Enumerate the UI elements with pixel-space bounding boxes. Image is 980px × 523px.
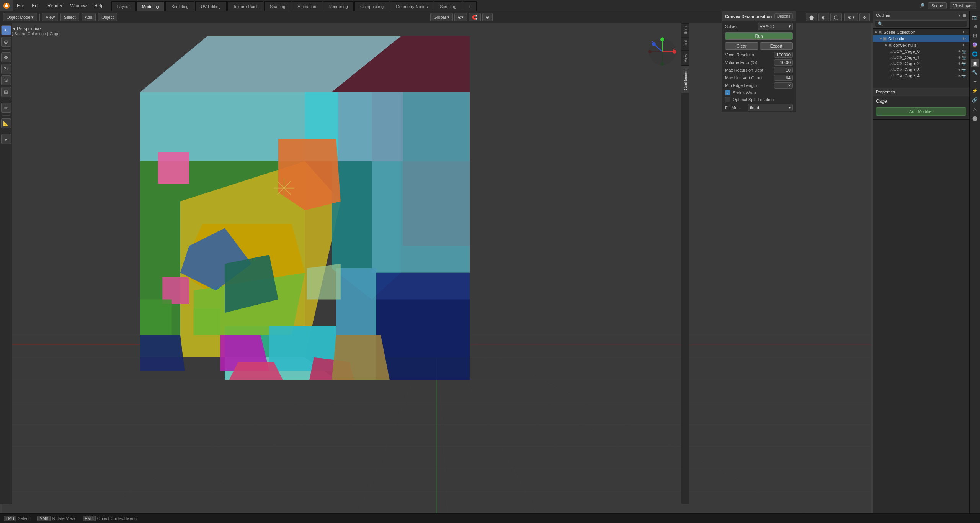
props-tab-world[interactable]: 🌐 bbox=[971, 50, 979, 58]
tab-compositing[interactable]: Compositing bbox=[354, 1, 389, 11]
tab-shading[interactable]: Shading bbox=[264, 1, 291, 11]
fill-mode-dropdown[interactable]: flood▾ bbox=[748, 104, 793, 111]
render-menu[interactable]: Render bbox=[44, 0, 66, 11]
visibility-icon-2[interactable]: 👁 bbox=[962, 36, 966, 41]
cam-icon-2[interactable]: 📷 bbox=[962, 62, 966, 66]
snapping-toggle[interactable]: 🧲 bbox=[469, 13, 481, 21]
cam-icon-1[interactable]: 📷 bbox=[962, 56, 966, 60]
annotate-tool-btn[interactable]: ✏ bbox=[1, 103, 11, 113]
ucx-cage-1-label: UCX_Cage_1 bbox=[893, 55, 920, 60]
scene-selector[interactable]: Scene bbox=[928, 2, 947, 9]
cam-icon-3[interactable]: 📷 bbox=[962, 68, 966, 72]
vis-icon-0[interactable]: 👁 bbox=[958, 49, 962, 54]
volume-input[interactable]: 10.00 bbox=[774, 59, 793, 66]
optimal-split-checkbox[interactable] bbox=[725, 97, 730, 102]
move-tool-btn[interactable]: ✥ bbox=[1, 52, 11, 62]
tab-modeling[interactable]: Modeling bbox=[136, 1, 165, 11]
tab-scripting[interactable]: Scripting bbox=[434, 1, 462, 11]
proportional-edit-btn[interactable]: ⊙ bbox=[482, 13, 493, 21]
transform-orientation-btn[interactable]: Global▾ bbox=[430, 13, 453, 21]
min-edge-input[interactable]: 2 bbox=[774, 82, 793, 89]
outliner-filter-icon[interactable]: ▼ bbox=[957, 13, 961, 18]
file-menu[interactable]: File bbox=[13, 0, 28, 11]
props-tab-material[interactable]: ⬤ bbox=[971, 114, 979, 123]
run-button[interactable]: Run bbox=[725, 32, 793, 40]
vis-icon-1[interactable]: 👁 bbox=[958, 56, 962, 60]
vis-icon-3[interactable]: 👁 bbox=[958, 68, 962, 72]
edit-menu[interactable]: Edit bbox=[28, 0, 44, 11]
svg-marker-36 bbox=[140, 299, 171, 335]
props-tab-object[interactable]: ▣ bbox=[971, 59, 979, 67]
outliner-item-ucx-2[interactable]: △ UCX_Cage_2 👁 📷 bbox=[873, 61, 969, 67]
shrink-wrap-checkbox[interactable]: ✓ bbox=[725, 90, 730, 95]
n-tab-gendecomp[interactable]: GenDecomp bbox=[681, 65, 689, 93]
props-tab-constraints[interactable]: 🔗 bbox=[971, 96, 979, 104]
measure-tool-btn[interactable]: 📐 bbox=[1, 118, 11, 128]
blender-logo-menu[interactable] bbox=[0, 0, 13, 11]
n-tab-view[interactable]: View bbox=[681, 51, 689, 66]
pivot-point-btn[interactable]: ⊙▾ bbox=[454, 13, 467, 21]
tab-sculpting[interactable]: Sculpting bbox=[165, 1, 194, 11]
max-hull-input[interactable]: 64 bbox=[774, 75, 793, 81]
clear-button[interactable]: Clear bbox=[725, 42, 758, 50]
tab-rendering[interactable]: Rendering bbox=[323, 1, 354, 11]
solver-dropdown[interactable]: VHACD▾ bbox=[758, 23, 793, 30]
viewport-gizmo[interactable]: X Y Z bbox=[647, 36, 678, 67]
tab-geometry-nodes[interactable]: Geometry Nodes bbox=[390, 1, 433, 11]
max-recursion-input[interactable]: 10 bbox=[774, 67, 793, 73]
props-tab-data[interactable]: △ bbox=[971, 105, 979, 113]
select-menu-btn[interactable]: Select bbox=[60, 13, 79, 21]
tab-texture-paint[interactable]: Texture Paint bbox=[227, 1, 263, 11]
add-object-btn[interactable]: ▸ bbox=[1, 134, 11, 144]
overlay-btn[interactable]: ⊛▾ bbox=[844, 13, 858, 21]
gizmo-toggle-btn[interactable]: ✛ bbox=[859, 13, 870, 21]
vis-icon-2[interactable]: 👁 bbox=[958, 62, 962, 66]
outliner-item-scene-collection[interactable]: ▶ ▣ Scene Collection 👁 bbox=[873, 29, 969, 35]
vis-icon-4[interactable]: 👁 bbox=[958, 74, 962, 78]
rotate-tool-btn[interactable]: ↻ bbox=[1, 64, 11, 74]
select-tool-btn[interactable]: ↖ bbox=[1, 25, 11, 35]
tab-add[interactable]: + bbox=[463, 1, 477, 11]
n-tab-tool[interactable]: Tool bbox=[681, 37, 689, 50]
n-tab-item[interactable]: Item bbox=[681, 23, 689, 37]
viewport-shading-solid[interactable]: ⬤ bbox=[806, 13, 817, 21]
help-menu[interactable]: Help bbox=[90, 0, 108, 11]
props-tab-scene[interactable]: 🔮 bbox=[971, 41, 979, 49]
viewport-shading-material[interactable]: ◐ bbox=[818, 13, 829, 21]
outliner-display-icon[interactable]: ☰ bbox=[963, 13, 966, 18]
object-menu-btn[interactable]: Object bbox=[98, 13, 117, 21]
tab-animation[interactable]: Animation bbox=[292, 1, 322, 11]
visibility-icon-3[interactable]: 👁 bbox=[962, 43, 966, 48]
viewlayer-selector[interactable]: ViewLayer bbox=[950, 2, 976, 9]
add-modifier-button[interactable]: Add Modifier bbox=[876, 107, 966, 116]
view-menu-btn[interactable]: View bbox=[42, 13, 58, 21]
options-button[interactable]: Options bbox=[774, 13, 793, 19]
outliner-item-ucx-4[interactable]: △ UCX_Cage_4 👁 📷 bbox=[873, 73, 969, 79]
outliner-item-ucx-3[interactable]: △ UCX_Cage_3 👁 📷 bbox=[873, 67, 969, 73]
props-tab-view-layer[interactable]: ⊞ bbox=[971, 31, 979, 40]
props-tab-particles[interactable]: ✦ bbox=[971, 77, 979, 86]
voxel-input[interactable]: 100000 bbox=[774, 52, 793, 58]
cam-icon-4[interactable]: 📷 bbox=[962, 74, 966, 78]
outliner-item-collection[interactable]: ▶ ▣ Collection 👁 bbox=[873, 35, 969, 42]
export-button[interactable]: Export bbox=[760, 42, 793, 50]
cursor-tool-btn[interactable]: ⊕ bbox=[1, 37, 11, 47]
props-tab-physics[interactable]: ⚡ bbox=[971, 87, 979, 95]
tab-uv-editing[interactable]: UV Editing bbox=[195, 1, 227, 11]
outliner-search-input[interactable] bbox=[875, 20, 967, 27]
object-mode-btn[interactable]: Object Mode ▾ bbox=[3, 13, 37, 21]
props-tab-modifiers[interactable]: 🔧 bbox=[971, 68, 979, 77]
outliner-item-convex-hulls[interactable]: ▶ ▣ convex hulls 👁 bbox=[873, 42, 969, 48]
add-menu-btn[interactable]: Add bbox=[82, 13, 96, 21]
transform-tool-btn[interactable]: ⊞ bbox=[1, 87, 11, 97]
props-tab-output[interactable]: 🖥 bbox=[971, 22, 979, 31]
tab-layout[interactable]: Layout bbox=[111, 1, 136, 11]
cam-icon-0[interactable]: 📷 bbox=[962, 49, 966, 54]
props-tab-render[interactable]: 📷 bbox=[971, 13, 979, 21]
outliner-item-ucx-0[interactable]: △ UCX_Cage_0 👁 📷 bbox=[873, 48, 969, 54]
window-menu[interactable]: Window bbox=[66, 0, 90, 11]
viewport-shading-rendered[interactable]: ◯ bbox=[830, 13, 842, 21]
scale-tool-btn[interactable]: ⇲ bbox=[1, 75, 11, 85]
outliner-item-ucx-1[interactable]: △ UCX_Cage_1 👁 📷 bbox=[873, 54, 969, 61]
visibility-icon[interactable]: 👁 bbox=[962, 30, 966, 34]
